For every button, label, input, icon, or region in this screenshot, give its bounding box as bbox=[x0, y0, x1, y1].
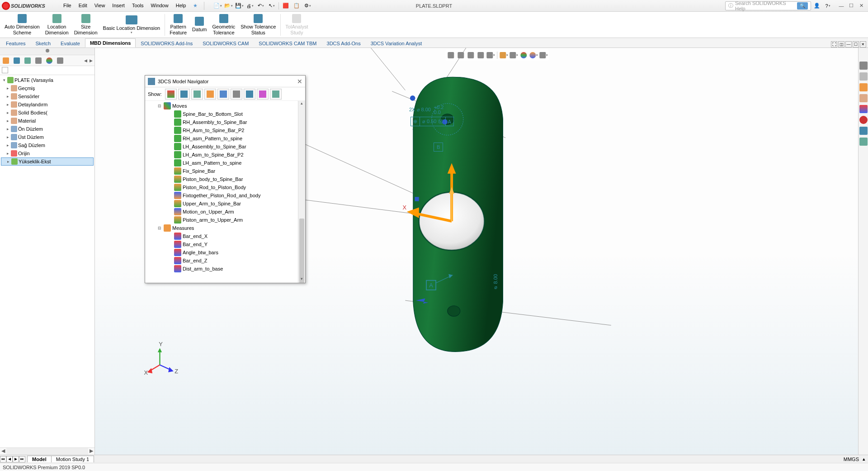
tab-solidworks-cam[interactable]: SOLIDWORKS CAM bbox=[198, 39, 254, 48]
taskpane-forum[interactable] bbox=[859, 138, 868, 146]
fm-tab-3[interactable] bbox=[23, 56, 33, 65]
qat-options2[interactable]: ⚙▾ bbox=[302, 1, 312, 11]
nav-move-item[interactable]: Fixtogether_Piston_Rod_and_body bbox=[147, 191, 303, 200]
taskpane-resources[interactable] bbox=[859, 72, 868, 81]
tree-item[interactable]: ▸Detaylandırm bbox=[1, 100, 94, 109]
callout-right-dim[interactable]: ⌀ 8.00 bbox=[492, 274, 499, 291]
window-maximize[interactable]: ☐ bbox=[846, 2, 856, 10]
ribbon-geometric-tolerance[interactable]: Geometric Tolerance bbox=[210, 13, 238, 37]
nav-show-1[interactable] bbox=[165, 89, 177, 100]
fcf-top-holes[interactable]: ⊕ ⌀ 0.50 Ⓜ A bbox=[410, 117, 454, 126]
nav-measure-item[interactable]: Bar_end_X bbox=[147, 232, 303, 240]
hscroll-track[interactable] bbox=[6, 448, 88, 455]
navigator-scrollbar[interactable]: ▴▾ bbox=[298, 101, 305, 283]
ribbon-auto-dimension-scheme[interactable]: Auto Dimension Scheme bbox=[2, 13, 42, 37]
nav-move-item[interactable]: RH_asm_Pattern_to_spine bbox=[147, 134, 303, 143]
bottom-tab-motion-study[interactable]: Motion Study 1 bbox=[51, 456, 94, 462]
fm-filter[interactable] bbox=[2, 67, 8, 73]
menu-view[interactable]: View bbox=[91, 1, 109, 10]
ribbon-show-tolerance-status[interactable]: Show Tolerance Status bbox=[238, 13, 278, 37]
tab-features[interactable]: Features bbox=[1, 39, 30, 48]
nav-move-item[interactable]: LH_Assembly_to_Spine_Bar bbox=[147, 143, 303, 151]
nav-show-6[interactable] bbox=[231, 89, 242, 100]
tab-solidworks-addins[interactable]: SOLIDWORKS Add-Ins bbox=[136, 39, 198, 48]
qat-rebuild[interactable]: 🟥 bbox=[281, 1, 291, 11]
viewport-close[interactable]: ✕ bbox=[860, 41, 866, 48]
menu-edit[interactable]: Edit bbox=[75, 1, 91, 10]
tab-3dcs-addons[interactable]: 3DCS Add-Ons bbox=[322, 39, 366, 48]
taskpane-custom-props[interactable] bbox=[859, 127, 868, 135]
window-minimize[interactable]: — bbox=[836, 2, 846, 10]
qat-save[interactable]: 💾▾ bbox=[234, 1, 244, 11]
taskpane-view-palette[interactable] bbox=[859, 105, 868, 113]
bt-next[interactable]: ▶ bbox=[13, 456, 19, 462]
menu-pin[interactable]: ★ bbox=[189, 1, 201, 10]
tree-item[interactable]: ▸Ön Düzlem bbox=[1, 125, 94, 133]
datum-b[interactable]: B bbox=[434, 143, 443, 152]
3dcs-model-navigator-dialog[interactable]: 3DCS Model Navigator ✕ Show: ⊟ Moves bbox=[145, 75, 306, 283]
menu-insert[interactable]: Insert bbox=[108, 1, 128, 10]
fm-tab-6[interactable] bbox=[55, 56, 65, 65]
tab-mbd-dimensions[interactable]: MBD Dimensions bbox=[85, 38, 136, 48]
taskpane-design-library[interactable] bbox=[859, 83, 868, 91]
fm-scroll-right[interactable]: ▶ bbox=[88, 58, 94, 63]
help-icon[interactable]: ?▾ bbox=[823, 1, 833, 11]
panel-pin[interactable] bbox=[46, 49, 49, 52]
nav-show-7[interactable] bbox=[244, 89, 255, 100]
fm-tab-1[interactable] bbox=[1, 56, 11, 65]
tree-item[interactable]: ▸Geçmiş bbox=[1, 84, 94, 92]
viewport-maximize[interactable]: ☐ bbox=[853, 41, 859, 48]
window-close[interactable]: ✕ bbox=[856, 2, 866, 10]
tree-item[interactable]: ▸Solid Bodies( bbox=[1, 109, 94, 117]
nav-move-item[interactable]: Piston_Rod_to_Piston_Body bbox=[147, 183, 303, 191]
viewport-split[interactable]: ◫ bbox=[838, 41, 844, 48]
nav-show-2[interactable] bbox=[178, 89, 190, 100]
nav-measure-item[interactable]: Bar_end_Z bbox=[147, 257, 303, 265]
nav-group-measures[interactable]: ⊟ Measures bbox=[147, 224, 303, 232]
nav-show-5[interactable] bbox=[217, 89, 229, 100]
hscroll-right[interactable]: ▶ bbox=[88, 448, 94, 455]
nav-move-item[interactable]: Spine_Bar_to_Bottom_Slot bbox=[147, 110, 303, 118]
nav-move-item[interactable]: LH_asm_Pattern_to_spine bbox=[147, 159, 303, 167]
tab-solidworks-cam-tbm[interactable]: SOLIDWORKS CAM TBM bbox=[254, 39, 321, 48]
qat-open[interactable]: 📂▾ bbox=[223, 1, 233, 11]
navigator-titlebar[interactable]: 3DCS Model Navigator ✕ bbox=[145, 76, 305, 87]
nav-move-item[interactable]: Motion_on_Upper_Arm bbox=[147, 208, 303, 216]
tree-item[interactable]: ▸Sağ Düzlem bbox=[1, 141, 94, 149]
tree-item[interactable]: ▸Üst Düzlem bbox=[1, 133, 94, 141]
nav-measure-item[interactable]: Bar_end_Y bbox=[147, 240, 303, 248]
nav-show-9[interactable] bbox=[270, 89, 282, 100]
nav-move-item[interactable]: Fix_Spine_Bar bbox=[147, 167, 303, 175]
tab-evaluate[interactable]: Evaluate bbox=[56, 39, 85, 48]
qat-options1[interactable]: 📋 bbox=[292, 1, 302, 11]
tab-3dcs-variation-analyst[interactable]: 3DCS Variation Analyst bbox=[366, 39, 427, 48]
nav-move-item[interactable]: Piston_arm_to_Upper_Arm bbox=[147, 216, 303, 224]
taskpane-home[interactable] bbox=[859, 62, 868, 70]
taskpane-file-explorer[interactable] bbox=[859, 94, 868, 102]
user-icon[interactable]: 👤 bbox=[812, 1, 822, 11]
viewport-minimize[interactable]: — bbox=[845, 41, 852, 48]
bt-first[interactable]: ⏮ bbox=[0, 456, 6, 462]
qat-new[interactable]: 📄▾ bbox=[212, 1, 222, 11]
menu-help[interactable]: Help bbox=[172, 1, 190, 10]
nav-move-item[interactable]: RH_Assembly_to_Spine_Bar bbox=[147, 118, 303, 126]
viewport-expand[interactable]: ⛶ bbox=[831, 41, 837, 48]
bt-last[interactable]: ⏭ bbox=[19, 456, 25, 462]
nav-move-item[interactable]: RH_Asm_to_Spine_Bar_P2 bbox=[147, 126, 303, 134]
nav-move-item[interactable]: Piston_body_to_Spine_Bar bbox=[147, 175, 303, 183]
fm-tab-5[interactable] bbox=[44, 56, 54, 65]
ribbon-location-dimension[interactable]: Location Dimension bbox=[42, 13, 71, 37]
nav-show-8[interactable] bbox=[257, 89, 269, 100]
ribbon-pattern-feature[interactable]: Pattern Feature bbox=[167, 13, 189, 37]
graphics-viewport[interactable]: ▾ ▾ ▾ ▾ ▾ bbox=[95, 48, 858, 455]
ribbon-size-dimension[interactable]: Size Dimension bbox=[71, 13, 100, 37]
fm-tab-2[interactable] bbox=[12, 56, 22, 65]
callout-top-holes[interactable]: 2X ⌀ 8.00 +0.2 0.0 bbox=[409, 105, 443, 115]
menu-tools[interactable]: Tools bbox=[128, 1, 147, 10]
nav-measure-item[interactable]: Angle_btw_bars bbox=[147, 248, 303, 257]
taskpane-appearances[interactable] bbox=[859, 116, 868, 124]
tree-item[interactable]: ▸Sensörler bbox=[1, 92, 94, 100]
qat-select[interactable]: ↖▾ bbox=[267, 1, 277, 11]
nav-move-item[interactable]: LH_Asm_to_Spine_Bar_P2 bbox=[147, 151, 303, 159]
menu-file[interactable]: File bbox=[60, 1, 75, 10]
